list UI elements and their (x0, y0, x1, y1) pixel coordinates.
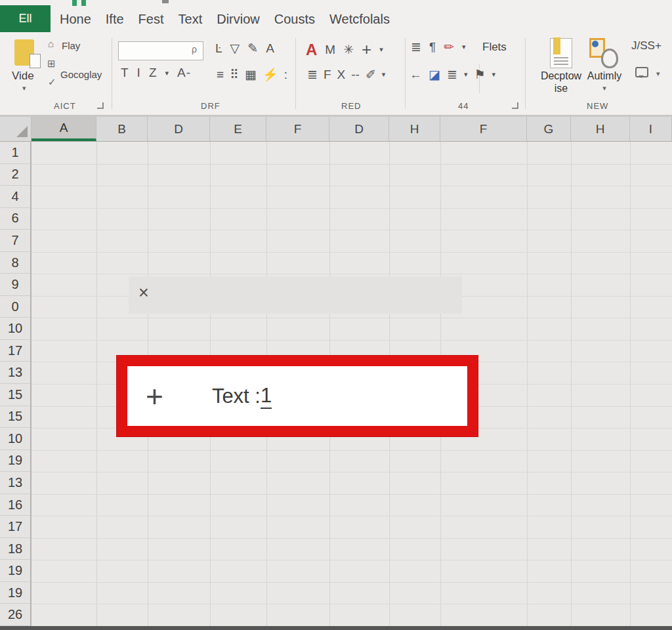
check-icon[interactable]: ✓ (48, 76, 56, 88)
column-header-D[interactable]: D (329, 117, 389, 141)
flets-bottom-icon-2[interactable]: ≣ (447, 67, 457, 82)
ribbon-tabs: HoneIfteFestTextDirviowCoustsWetcfolals (59, 8, 390, 30)
home-icon[interactable]: ⌂ (48, 38, 54, 49)
decptow-button[interactable]: Decptow ise (534, 70, 588, 94)
flets-bottom-icon-1[interactable]: ◪ (429, 67, 440, 82)
red-top-icon-0[interactable]: A (306, 41, 317, 59)
row-header-7[interactable]: 7 (0, 230, 30, 252)
row-header-17[interactable]: 17 (0, 340, 30, 362)
column-header-G[interactable]: G (527, 117, 571, 141)
row-header-13[interactable]: 13 (0, 362, 30, 384)
group-separator (112, 38, 112, 109)
tab-fest[interactable]: Fest (138, 12, 165, 27)
row-header-10[interactable]: 10 (0, 318, 30, 340)
row-header-26[interactable]: 26 (0, 604, 30, 626)
dialog-launcher-icon[interactable] (97, 102, 104, 109)
search-icon[interactable]: ρ (192, 44, 197, 54)
format-icon-1[interactable]: I (137, 66, 141, 80)
tab-dirviow[interactable]: Dirviow (216, 12, 261, 27)
column-header-I[interactable]: I (630, 117, 672, 141)
tab-cousts[interactable]: Cousts (274, 12, 316, 27)
drf-top-icon-2[interactable]: ✎ (247, 41, 258, 56)
column-header-H[interactable]: H (389, 117, 440, 141)
select-all-button[interactable] (0, 117, 32, 141)
gridline-horizontal (32, 538, 672, 539)
tab-text[interactable]: Text (178, 12, 203, 27)
column-header-E[interactable]: E (210, 117, 266, 141)
row-header-15[interactable]: 15 (0, 384, 30, 406)
row-header-1[interactable]: 1 (0, 142, 30, 164)
red-bottom-icon-1[interactable]: F (324, 68, 331, 82)
format-icon-2[interactable]: Z (149, 66, 158, 80)
vide-button[interactable]: Vide (12, 70, 34, 83)
flets-top-icon-0[interactable]: ≣ (411, 39, 421, 54)
tab-wetcfolals[interactable]: Wetcfolals (329, 12, 390, 27)
tab-hone[interactable]: Hone (59, 12, 92, 27)
red-bottom-icon-5[interactable]: ▾ (382, 70, 386, 79)
red-top-icon-2[interactable]: ✳ (343, 42, 354, 57)
flets-bottom-icon-0[interactable]: ← (410, 68, 422, 82)
plus-icon[interactable]: + (146, 381, 163, 411)
flets-top-icon-2[interactable]: ✏ (444, 39, 454, 54)
tab-ifte[interactable]: Ifte (105, 12, 125, 27)
font-name-input[interactable] (118, 41, 203, 60)
row-header-16[interactable]: 16 (0, 494, 30, 516)
flets-top-icon-1[interactable]: ¶ (429, 40, 436, 54)
row-header-19[interactable]: 19 (0, 582, 30, 604)
row-header-18[interactable]: 18 (0, 538, 30, 560)
gocoglay-button[interactable]: Gocoglay (60, 69, 102, 80)
autimly-button[interactable]: Autimly ▾ (583, 70, 626, 94)
flets-bottom-icon-4[interactable]: ⚑ (474, 67, 485, 82)
flets-bottom-icon-3[interactable]: ▾ (464, 70, 468, 79)
comment-icon[interactable] (635, 67, 648, 77)
flets-top-icon-3[interactable]: ▾ (462, 43, 466, 51)
drf-bottom-icon-4[interactable]: : (284, 68, 287, 82)
chevron-down-icon[interactable]: ▾ (656, 70, 660, 78)
red-top-icon-1[interactable]: M (325, 43, 335, 57)
drf-bottom-icon-2[interactable]: ▦ (245, 67, 257, 82)
red-bottom-icon-2[interactable]: X (337, 68, 346, 82)
row-header-15[interactable]: 15 (0, 406, 30, 429)
cluster-icon[interactable]: ⊞ (47, 58, 56, 70)
row-header-19[interactable]: 19 (0, 450, 30, 472)
column-header-A[interactable]: A (32, 117, 96, 141)
column-header-F[interactable]: F (440, 117, 527, 141)
row-header-6[interactable]: 6 (0, 208, 30, 230)
file-button[interactable]: Ell (0, 5, 51, 32)
red-bottom-icon-0[interactable]: ≣ (307, 67, 318, 82)
drf-bottom-icon-0[interactable]: ≡ (217, 68, 224, 82)
row-header-17[interactable]: 17 (0, 516, 30, 538)
red-top-icon-4[interactable]: ▾ (379, 45, 383, 54)
flets-button[interactable]: Flets (482, 41, 507, 54)
row-header-0[interactable]: 0 (0, 296, 30, 318)
red-top-icon-3[interactable]: + (362, 39, 371, 60)
drf-bottom-icon-3[interactable]: ⚡ (262, 67, 278, 82)
paste-icon[interactable] (14, 39, 41, 68)
format-icon-4[interactable]: A- (177, 66, 191, 80)
row-header-4[interactable]: 4 (0, 186, 30, 208)
column-header-D[interactable]: D (148, 117, 210, 141)
flets-bottom-icon-5[interactable]: ▾ (492, 70, 495, 79)
row-header-19[interactable]: 19 (0, 560, 30, 582)
drf-top-icon-3[interactable]: A (266, 41, 274, 56)
red-bottom-icon-4[interactable]: ✐ (366, 67, 376, 82)
drf-top-icon-0[interactable]: Ŀ (215, 41, 222, 56)
drf-top-icon-1[interactable]: ▽ (230, 41, 240, 56)
dialog-launcher-icon[interactable] (512, 102, 518, 109)
close-icon[interactable]: × (138, 283, 149, 303)
row-header-9[interactable]: 9 (0, 274, 30, 296)
column-header-H[interactable]: H (571, 117, 630, 141)
row-header-13[interactable]: 13 (0, 472, 30, 494)
column-header-F[interactable]: F (266, 117, 329, 141)
format-icon-3[interactable]: ▾ (165, 69, 170, 77)
format-icon-0[interactable]: T (121, 66, 129, 80)
row-header-2[interactable]: 2 (0, 164, 30, 186)
flay-button[interactable]: Flay (62, 40, 80, 51)
gridline-horizontal (32, 472, 672, 472)
chevron-down-icon[interactable]: ▾ (22, 84, 26, 93)
column-header-B[interactable]: B (96, 117, 148, 141)
row-header-10[interactable]: 10 (0, 428, 30, 450)
drf-bottom-icon-1[interactable]: ⠿ (230, 67, 239, 82)
red-bottom-icon-3[interactable]: -- (351, 68, 360, 82)
row-header-8[interactable]: 8 (0, 252, 30, 274)
